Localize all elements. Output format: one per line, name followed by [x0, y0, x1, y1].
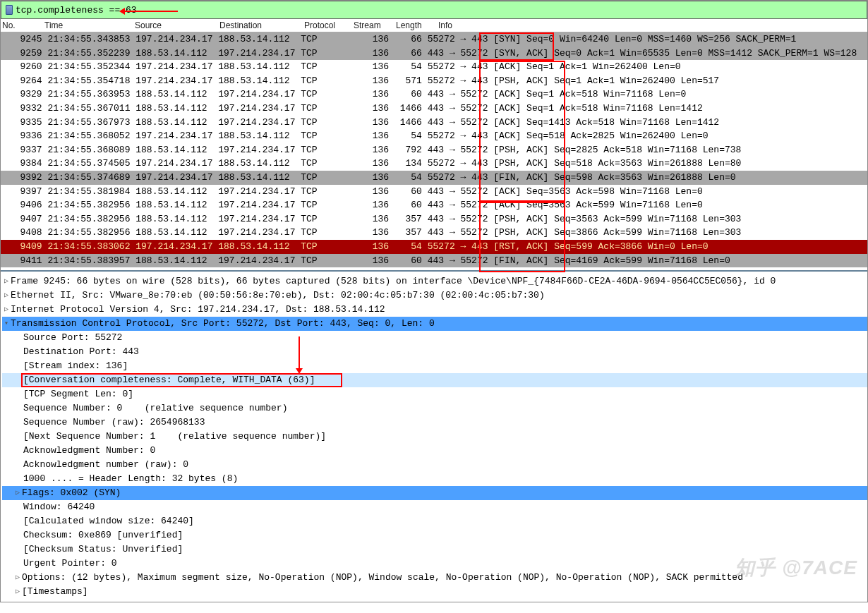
tcp-flags[interactable]: ▷Flags: 0x002 (SYN)	[2, 486, 867, 500]
col-proto[interactable]: Protocol	[304, 20, 354, 30]
detail-field[interactable]: [Checksum Status: Unverified]	[2, 542, 867, 557]
table-row[interactable]: 9337 21:34:55.368089 188.53.14.112 197.2…	[1, 143, 867, 157]
detail-field[interactable]: 1000 .... = Header Length: 32 bytes (8)	[2, 472, 867, 486]
col-source[interactable]: Source	[135, 20, 219, 30]
table-row[interactable]: 9329 21:34:55.363953 188.53.14.112 197.2…	[1, 87, 867, 102]
col-info[interactable]: Info	[438, 20, 867, 30]
table-row[interactable]: 9264 21:34:55.354718 197.214.234.17 188.…	[1, 74, 867, 88]
table-row[interactable]: 9411 21:34:55.383957 188.53.14.112 197.2…	[1, 254, 867, 268]
col-dest[interactable]: Destination	[219, 20, 304, 30]
col-length[interactable]: Length	[396, 20, 438, 30]
packet-list-header[interactable]: No. Time Source Destination Protocol Str…	[1, 19, 867, 32]
detail-field[interactable]: Urgent Pointer: 0	[2, 557, 867, 571]
detail-field[interactable]: Window: 64240	[2, 500, 867, 514]
ip-summary[interactable]: ▷Internet Protocol Version 4, Src: 197.2…	[2, 303, 867, 317]
detail-field[interactable]: [Calculated window size: 64240]	[2, 514, 867, 528]
table-row[interactable]: 9407 21:34:55.382956 188.53.14.112 197.2…	[1, 212, 867, 226]
table-row[interactable]: 9335 21:34:55.367973 188.53.14.112 197.2…	[1, 116, 867, 130]
detail-field[interactable]: Sequence Number (raw): 2654968133	[2, 415, 867, 430]
col-no[interactable]: No.	[2, 20, 44, 30]
tcp-timestamps[interactable]: ▷[Timestamps]	[2, 585, 867, 599]
detail-field[interactable]: Source Port: 55272	[2, 331, 867, 345]
detail-field[interactable]: Acknowledgment number (raw): 0	[2, 458, 867, 472]
eth-summary[interactable]: ▷Ethernet II, Src: VMware_8e:70:eb (00:5…	[2, 289, 867, 303]
table-row[interactable]: 9392 21:34:55.374689 197.214.234.17 188.…	[1, 171, 867, 185]
frame-summary[interactable]: ▷Frame 9245: 66 bytes on wire (528 bits)…	[2, 274, 867, 289]
tcp-options[interactable]: ▷Options: (12 bytes), Maximum segment si…	[2, 571, 867, 585]
table-row[interactable]: 9332 21:34:55.367011 188.53.14.112 197.2…	[1, 102, 867, 116]
table-row[interactable]: 9397 21:34:55.381984 188.53.14.112 197.2…	[1, 185, 867, 199]
table-row[interactable]: 9406 21:34:55.382956 188.53.14.112 197.2…	[1, 198, 867, 212]
detail-field[interactable]: Acknowledgment Number: 0	[2, 444, 867, 458]
col-stream[interactable]: Stream	[354, 20, 396, 30]
bookmark-icon[interactable]	[6, 5, 13, 15]
display-filter-bar[interactable]	[1, 1, 867, 19]
detail-field[interactable]: Sequence Number: 0 (relative sequence nu…	[2, 401, 867, 415]
table-row[interactable]: 9245 21:34:55.343853 197.214.234.17 188.…	[1, 32, 867, 47]
table-row[interactable]: 9408 21:34:55.382956 188.53.14.112 197.2…	[1, 226, 867, 240]
packet-details[interactable]: ▷Frame 9245: 66 bytes on wire (528 bits)…	[1, 272, 867, 602]
detail-field[interactable]: [Next Sequence Number: 1 (relative seque…	[2, 430, 867, 444]
table-row[interactable]: 9384 21:34:55.374505 197.214.234.17 188.…	[1, 157, 867, 171]
detail-field[interactable]: [TCP Segment Len: 0]	[2, 387, 867, 401]
table-row[interactable]: 9260 21:34:55.352344 197.214.234.17 188.…	[1, 60, 867, 74]
table-row[interactable]: 9259 21:34:55.352239 188.53.14.112 197.2…	[1, 47, 867, 61]
detail-field[interactable]: Checksum: 0xe869 [unverified]	[2, 528, 867, 542]
filter-input[interactable]	[16, 5, 862, 16]
tcp-summary[interactable]: ▾Transmission Control Protocol, Src Port…	[2, 317, 867, 331]
table-row[interactable]: 9409 21:34:55.383062 197.214.234.17 188.…	[1, 240, 867, 254]
detail-field[interactable]: [Conversation completeness: Complete, WI…	[2, 373, 867, 387]
col-time[interactable]: Time	[44, 20, 135, 30]
detail-field[interactable]: [Stream index: 136]	[2, 359, 867, 373]
detail-field[interactable]: Destination Port: 443	[2, 345, 867, 359]
table-row[interactable]: 9336 21:34:55.368052 197.214.234.17 188.…	[1, 129, 867, 143]
packet-list[interactable]: 9245 21:34:55.343853 197.214.234.17 188.…	[1, 32, 867, 267]
